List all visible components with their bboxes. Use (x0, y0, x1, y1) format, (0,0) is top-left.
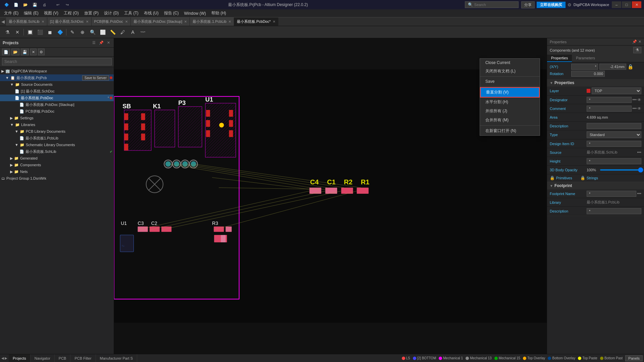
filter-button[interactable]: ⚗ (633, 47, 641, 53)
place-tool-1[interactable]: 🔲 (25, 27, 35, 37)
tab-parameters[interactable]: Parameters (572, 55, 599, 62)
tree-source-docs[interactable]: ▼ 📁 Source Documents (0, 81, 114, 88)
ctx-arrange-all[interactable]: 并排所有 (J) (480, 107, 540, 116)
ctx-merge-all[interactable]: 合并所有 (M) (480, 116, 540, 125)
menu-item-windoww[interactable]: Window (W) (181, 10, 209, 16)
tree-stackup[interactable]: 📄 最小系统板.PcbDoc [Stackup] (0, 101, 114, 108)
x-input[interactable] (571, 64, 598, 70)
comment-dots-btn[interactable]: ••• (632, 106, 637, 111)
close-button[interactable]: ✕ (632, 1, 641, 8)
tree-schlib[interactable]: 📄 最小系统板.SchLib ✔ (0, 148, 114, 155)
tab-close-5[interactable]: ✕ (273, 20, 275, 23)
bottom-tab-pcb[interactable]: PCB (55, 354, 71, 362)
rpanel-close-btn[interactable]: ✕ (638, 40, 641, 44)
print-btn[interactable]: 🖨 (40, 1, 48, 8)
save-btn-title[interactable]: 💾 (31, 1, 39, 8)
tree-workspace[interactable]: ▶ 🏢 DigiPCBA Workspace (0, 68, 114, 74)
tab-3[interactable]: 最小系统板.PcbDoc [Stackup]✕ (131, 17, 190, 26)
filter-tool[interactable]: ⚗ (3, 27, 12, 37)
new-project-btn[interactable]: 📄 (2, 49, 10, 55)
draw-tool-4[interactable]: ⬜ (98, 27, 107, 37)
layer-select[interactable]: TOP (592, 87, 641, 94)
tab-2[interactable]: PCB拼板.PcbDoc✕ (92, 17, 131, 26)
place-tool-4[interactable]: 🔷 (55, 27, 65, 37)
redo-btn[interactable]: ↪ (63, 1, 71, 8)
tree-settings[interactable]: ▶ 📁 Settings (0, 115, 114, 121)
ctx-split-v[interactable]: 垂直分割 (V) (480, 87, 540, 98)
app-icon[interactable]: 🔷 (3, 1, 11, 8)
settings-icon[interactable]: ⚙ (568, 2, 572, 7)
tree-project[interactable]: ▼ 📋 最小系统板.PrjPcb Save to Server (0, 74, 114, 81)
save-project-btn[interactable]: 💾 (21, 49, 29, 55)
bottom-tab-pcbfilter[interactable]: PCB Filter (70, 354, 96, 362)
close-project-btn[interactable]: ✕ (30, 49, 37, 55)
strings-btn[interactable]: 🔒 Strings (580, 176, 598, 180)
menu-item-o[interactable]: 工程 (O) (61, 10, 82, 17)
source-dots-btn[interactable]: ••• (637, 150, 641, 155)
rpanel-pin-btn[interactable]: 📌 (632, 40, 637, 44)
tab-1[interactable]: [1] 最小系统.SchDoc✕ (47, 17, 92, 26)
tree-nets[interactable]: ▶ 📁 Nets (0, 168, 114, 175)
open-project-btn[interactable]: 📂 (11, 49, 19, 55)
tab-5[interactable]: 最小系统板.PcbDoc*✕ (234, 17, 278, 26)
tree-pcbpinban[interactable]: 📄 PCB拼板.PcbDoc (0, 108, 114, 115)
open-btn[interactable]: 📂 (21, 1, 30, 8)
tab-close-1[interactable]: ✕ (86, 20, 89, 23)
draw-tool-6[interactable]: 🖊 (118, 27, 127, 37)
tab-close-3[interactable]: ✕ (184, 20, 187, 23)
tree-components[interactable]: ▶ 📁 Components (0, 162, 114, 168)
tree-pcblib-docs[interactable]: ▼ 📁 PCB Library Documents (0, 128, 114, 135)
ctx-open-new[interactable]: 在新窗口打开 (N) (480, 126, 540, 135)
online-buy-button[interactable]: 立即在线购买 (537, 2, 566, 8)
tree-pcbdoc[interactable]: 📄 最小系统板.PcbDoc * (0, 95, 114, 101)
draw-tool-2[interactable]: ⊕ (78, 27, 87, 37)
properties-section-header[interactable]: ▼ Properties (547, 79, 644, 86)
designator-dots-btn[interactable]: ••• (632, 98, 637, 102)
place-tool-2[interactable]: ⬛ (35, 27, 45, 37)
menu-item-h[interactable]: 帮助 (H) (209, 10, 229, 17)
type-select[interactable]: Standard (587, 131, 641, 138)
menu-item-c[interactable]: 报告 (C) (161, 10, 181, 17)
design-item-id-input[interactable] (587, 141, 641, 147)
menu-item-v[interactable]: 视图 (V) (41, 10, 61, 17)
place-tool-3[interactable]: ◼ (45, 27, 55, 37)
text-tool[interactable]: A (128, 27, 138, 37)
menu-item-e[interactable]: 编辑 (E) (21, 10, 41, 17)
tree-generated[interactable]: ▶ 📁 Generated (0, 155, 114, 162)
description-input[interactable] (587, 123, 641, 129)
tree-project-group[interactable]: 🗂 Project Group 1.DsnWrk (0, 175, 114, 182)
comment-input[interactable] (587, 106, 632, 112)
canvas-area[interactable]: SB K1 P3 U1 U1 C3 C2 R3 C4 (114, 38, 547, 354)
menu-item-d[interactable]: 设计 (D) (101, 10, 121, 17)
tab-nav-left[interactable]: ◀ (0, 19, 6, 24)
panel-config-btn[interactable]: ☰ (91, 40, 97, 45)
title-search-bar[interactable]: 🔍 (465, 1, 519, 8)
tab-close-2[interactable]: ✕ (125, 20, 128, 23)
tree-schdoc[interactable]: 📄 [1] 最小系统.SchDoc (0, 88, 114, 95)
footprint-section-header[interactable]: ▼ Footprint (547, 182, 644, 189)
tab-close-0[interactable]: ✕ (42, 20, 44, 23)
menu-item-u[interactable]: 布线 (U) (141, 10, 161, 17)
rotation-input[interactable] (571, 71, 605, 77)
designator-input[interactable] (587, 97, 632, 103)
designator-eye-btn[interactable]: 👁 (637, 98, 641, 102)
minimize-button[interactable]: – (612, 1, 621, 8)
bottom-tab-projects[interactable]: Projects (9, 354, 31, 362)
panel-close-btn[interactable]: ✕ (106, 40, 111, 45)
draw-tool-5[interactable]: 📏 (108, 27, 117, 37)
maximize-button[interactable]: □ (622, 1, 631, 8)
ctx-close-all[interactable]: 关闭所有文档 (L) (480, 67, 540, 76)
tree-libraries[interactable]: ▼ 📁 Libraries (0, 121, 114, 128)
bottom-tab-manufacturer[interactable]: Manufacturer Part S (96, 354, 137, 362)
title-search-input[interactable] (474, 3, 515, 7)
select-tool[interactable]: ✕ (13, 27, 22, 37)
footprint-dots-btn[interactable]: ••• (637, 191, 641, 196)
tab-arrow-left[interactable]: ◀ (1, 356, 4, 360)
tab-0[interactable]: 最小系统板.SchLib✕ (6, 17, 47, 26)
draw-tool-3[interactable]: 🔍 (88, 27, 97, 37)
project-search-input[interactable] (2, 58, 112, 65)
fp-description-input[interactable] (587, 208, 641, 214)
save-to-server-btn[interactable]: Save to Server (82, 75, 109, 80)
bottom-tab-navigator[interactable]: Navigator (31, 354, 55, 362)
tab-properties[interactable]: Properties (547, 55, 572, 62)
